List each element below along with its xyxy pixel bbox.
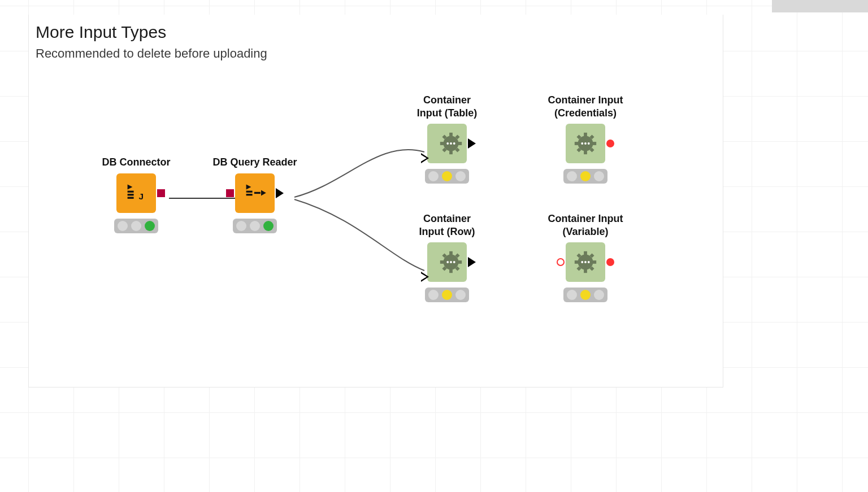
status-light <box>236 221 246 231</box>
traffic-lights <box>425 288 469 302</box>
svg-rect-38 <box>575 142 579 145</box>
input-port[interactable] <box>421 153 429 163</box>
status-light <box>594 290 604 300</box>
svg-point-57 <box>584 261 587 263</box>
output-port-red[interactable] <box>606 140 614 147</box>
panel-title: More Input Types <box>36 23 166 42</box>
container-icon[interactable] <box>566 242 605 282</box>
node-container-input-table[interactable]: Container Input (Table) <box>402 94 492 184</box>
status-light <box>455 290 466 300</box>
output-port[interactable] <box>157 189 165 197</box>
svg-rect-4 <box>128 197 134 198</box>
node-label: Container Input (Table) <box>417 94 478 119</box>
input-port-red-hollow[interactable] <box>557 258 565 266</box>
svg-point-32 <box>446 261 449 263</box>
node-label: DB Connector <box>102 156 171 169</box>
node-container-input-variable[interactable]: Container Input (Variable) <box>540 212 631 302</box>
traffic-lights <box>233 219 277 233</box>
gear-icon <box>438 130 464 156</box>
svg-point-46 <box>588 142 590 145</box>
output-port[interactable] <box>468 257 476 267</box>
svg-rect-14 <box>440 142 445 145</box>
svg-point-33 <box>450 261 452 263</box>
gear-icon <box>438 249 464 275</box>
svg-rect-8 <box>246 194 253 195</box>
status-light-active <box>580 171 591 181</box>
status-light <box>594 171 604 181</box>
output-port-red[interactable] <box>606 258 614 266</box>
svg-rect-50 <box>575 260 579 264</box>
traffic-lights <box>563 169 607 184</box>
svg-rect-51 <box>592 260 597 264</box>
svg-point-44 <box>581 142 583 145</box>
svg-rect-37 <box>584 150 587 155</box>
svg-point-34 <box>453 261 455 263</box>
svg-marker-1 <box>128 184 133 189</box>
db-icon-glyph <box>242 181 267 206</box>
status-light <box>567 290 577 300</box>
status-light <box>131 221 141 231</box>
svg-point-22 <box>453 142 455 145</box>
status-light-active <box>580 290 591 300</box>
node-label: Container Input (Variable) <box>548 212 623 238</box>
panel-subtitle: Recommended to delete before uploading <box>36 46 267 61</box>
db-icon-glyph: J <box>124 181 149 206</box>
svg-rect-24 <box>449 251 453 256</box>
status-light-active <box>442 290 452 300</box>
status-light-active <box>145 221 155 231</box>
node-label: DB Query Reader <box>212 156 297 169</box>
svg-rect-36 <box>584 133 587 137</box>
input-port[interactable] <box>226 189 234 197</box>
svg-rect-7 <box>246 190 253 192</box>
container-icon[interactable] <box>566 124 605 163</box>
panel-more-input-types[interactable]: More Input Types Recommended to delete b… <box>28 15 723 387</box>
svg-rect-27 <box>458 260 462 264</box>
svg-rect-15 <box>458 142 462 145</box>
svg-text:J: J <box>138 191 144 201</box>
status-light-active <box>263 221 274 231</box>
svg-point-45 <box>584 142 587 145</box>
node-container-input-credentials[interactable]: Container Input (Credentials) <box>540 94 631 184</box>
node-db-connector[interactable]: DB Connector J <box>91 156 181 233</box>
container-icon[interactable] <box>427 124 467 163</box>
output-port[interactable] <box>468 138 476 149</box>
node-label: Container Input (Credentials) <box>548 94 623 119</box>
svg-rect-48 <box>584 251 587 256</box>
node-db-query-reader[interactable]: DB Query Reader <box>210 156 300 233</box>
traffic-lights <box>425 169 469 184</box>
status-light-active <box>442 171 452 181</box>
gear-icon <box>572 249 598 275</box>
node-container-input-row[interactable]: Container Input (Row) <box>402 212 492 302</box>
svg-marker-6 <box>246 184 251 189</box>
svg-point-21 <box>450 142 452 145</box>
svg-marker-10 <box>261 190 266 195</box>
svg-rect-12 <box>449 133 453 137</box>
status-light <box>428 171 439 181</box>
top-right-stub <box>772 0 868 12</box>
db-query-reader-icon[interactable] <box>235 173 275 213</box>
status-light <box>567 171 577 181</box>
svg-rect-2 <box>128 190 134 192</box>
svg-point-58 <box>588 261 590 263</box>
status-light <box>118 221 128 231</box>
svg-rect-26 <box>440 260 445 264</box>
svg-rect-49 <box>584 269 587 273</box>
svg-rect-39 <box>592 142 597 145</box>
db-connector-icon[interactable]: J <box>116 173 156 213</box>
output-port[interactable] <box>276 188 284 198</box>
traffic-lights <box>114 219 158 233</box>
svg-rect-13 <box>449 150 453 155</box>
node-label: Container Input (Row) <box>419 212 475 238</box>
status-light <box>455 171 466 181</box>
traffic-lights <box>563 288 607 302</box>
container-icon[interactable] <box>427 242 467 282</box>
svg-rect-9 <box>254 191 261 193</box>
svg-point-20 <box>446 142 449 145</box>
input-port[interactable] <box>421 272 429 282</box>
status-light <box>428 290 439 300</box>
svg-point-56 <box>581 261 583 263</box>
gear-icon <box>572 130 598 156</box>
status-light <box>250 221 260 231</box>
svg-rect-25 <box>449 269 453 273</box>
svg-rect-3 <box>128 194 134 195</box>
